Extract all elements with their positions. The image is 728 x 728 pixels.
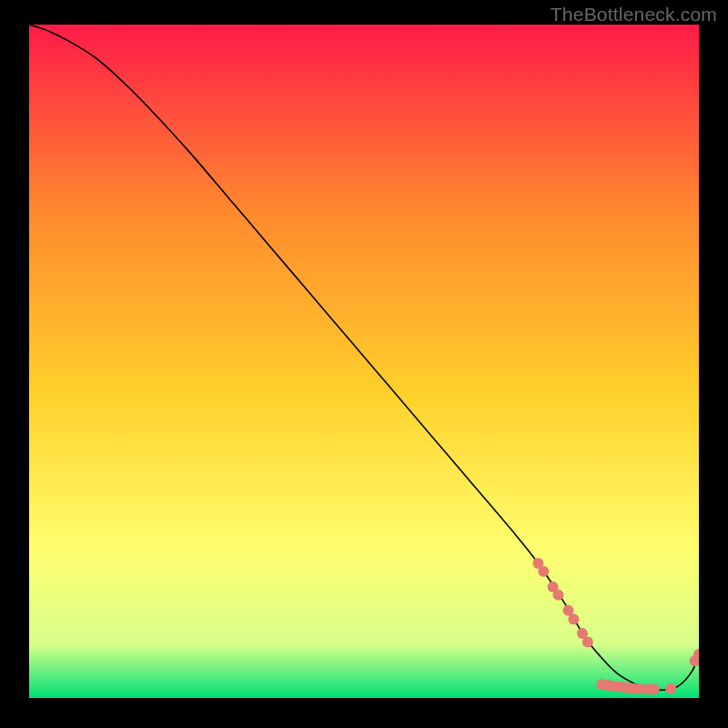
data-marker — [568, 613, 579, 624]
data-marker — [582, 637, 593, 648]
data-marker — [665, 683, 676, 694]
plot-background — [29, 25, 699, 698]
data-marker — [552, 590, 563, 601]
bottleneck-plot — [29, 25, 699, 698]
chart-stage: TheBottleneck.com — [0, 0, 728, 728]
data-marker — [649, 683, 660, 694]
watermark-label: TheBottleneck.com — [551, 4, 717, 25]
data-marker — [538, 566, 549, 577]
